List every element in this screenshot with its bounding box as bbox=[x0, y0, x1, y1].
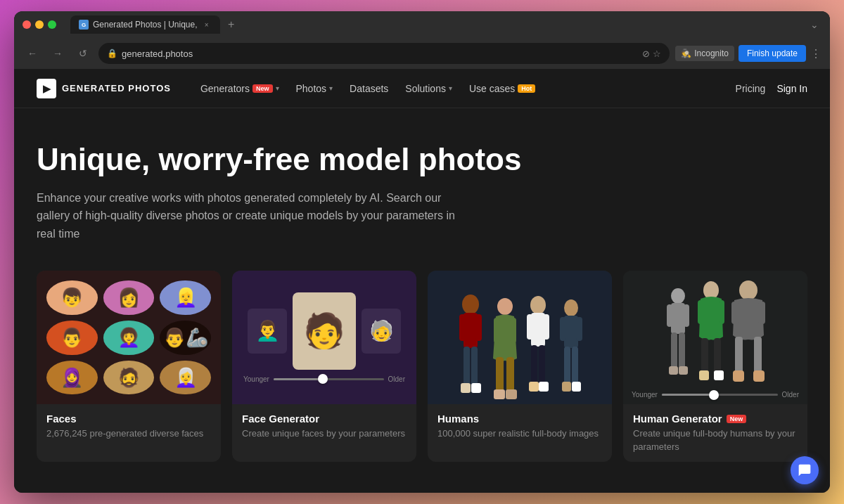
svg-rect-40 bbox=[698, 300, 703, 324]
humans-card-image bbox=[428, 271, 612, 404]
slider-track[interactable] bbox=[274, 378, 384, 380]
chat-button[interactable] bbox=[791, 456, 819, 484]
website-content: ▶ GENERATED PHOTOS Generators New ▾ Phot… bbox=[14, 69, 830, 493]
incognito-button[interactable]: 🕵 Incognito bbox=[675, 46, 734, 61]
svg-rect-35 bbox=[671, 332, 677, 369]
lock-icon: 🔒 bbox=[107, 49, 117, 58]
face-1: 👦 bbox=[46, 280, 98, 315]
svg-rect-5 bbox=[471, 347, 478, 385]
nav-photos[interactable]: Photos ▾ bbox=[289, 79, 340, 98]
svg-point-0 bbox=[462, 295, 479, 314]
svg-rect-3 bbox=[475, 314, 482, 341]
face-2: 👩 bbox=[103, 280, 155, 315]
nav-logo[interactable]: ▶ GENERATED PHOTOS bbox=[37, 79, 171, 98]
traffic-lights bbox=[23, 20, 56, 29]
titlebar: G Generated Photos | Unique, × + ⌄ bbox=[14, 11, 830, 38]
face-gen-small-left: 👨‍🦱 bbox=[248, 309, 287, 354]
close-window-button[interactable] bbox=[23, 20, 31, 29]
svg-rect-27 bbox=[564, 347, 570, 386]
window-more-button[interactable]: ⌄ bbox=[807, 18, 821, 32]
human-gen-new-badge: New bbox=[727, 415, 747, 423]
logo-text: GENERATED PHOTOS bbox=[62, 83, 171, 93]
svg-rect-36 bbox=[679, 332, 685, 369]
svg-rect-17 bbox=[527, 314, 533, 340]
svg-rect-38 bbox=[679, 366, 688, 375]
toolbar-right: 🕵 Incognito Finish update ⋮ bbox=[675, 45, 821, 62]
face-generator-card[interactable]: 👨‍🦱 🧑 🧓 Younger Older bbox=[232, 271, 416, 461]
human-generator-card[interactable]: Younger Older Human Generator bbox=[623, 271, 807, 461]
svg-point-15 bbox=[530, 296, 546, 314]
svg-rect-18 bbox=[543, 314, 549, 340]
face-generator-card-title: Face Generator bbox=[242, 413, 407, 425]
humans-card[interactable]: Humans 100,000 super realistic full-body… bbox=[428, 271, 612, 461]
older-label: Older bbox=[388, 375, 405, 383]
svg-rect-13 bbox=[494, 389, 505, 399]
nav-use-cases[interactable]: Use cases Hot bbox=[462, 79, 542, 98]
browser-toolbar: ← → ↺ 🔒 generated.photos ⊘ ☆ 🕵 Incognito… bbox=[14, 38, 830, 69]
finish-update-button[interactable]: Finish update bbox=[738, 45, 806, 62]
svg-rect-26 bbox=[576, 317, 582, 341]
human-generator-card-desc: Create unique full-body humans by your p… bbox=[633, 427, 798, 453]
face-gen-main-preview: 🧑 bbox=[293, 292, 356, 370]
tab-title: Generated Photos | Unique, bbox=[93, 20, 198, 30]
svg-rect-43 bbox=[714, 338, 721, 376]
human-generator-card-title: Human Generator New bbox=[633, 413, 798, 425]
site-nav: ▶ GENERATED PHOTOS Generators New ▾ Phot… bbox=[14, 69, 830, 108]
human-generator-card-image: Younger Older bbox=[623, 271, 807, 404]
logo-icon: ▶ bbox=[37, 79, 56, 98]
humans-card-title: Humans bbox=[437, 413, 602, 425]
browser-window: G Generated Photos | Unique, × + ⌄ ← → ↺… bbox=[14, 11, 830, 493]
human-gen-figure-2 bbox=[695, 279, 727, 388]
address-bar[interactable]: 🔒 generated.photos ⊘ ☆ bbox=[98, 43, 670, 64]
new-tab-button[interactable]: + bbox=[223, 16, 240, 33]
hero-title: Unique, worry-free model photos bbox=[37, 142, 529, 178]
faces-card-image: 👦 👩 👱‍♀️ 👨 👩‍🦱 👨‍🦾 🧕 🧔 👩‍🦳 bbox=[37, 271, 221, 404]
human-figure-3 bbox=[523, 293, 554, 404]
nav-pricing-link[interactable]: Pricing bbox=[736, 83, 766, 94]
face-gen-preview-row: 👨‍🦱 🧑 🧓 bbox=[248, 292, 401, 370]
faces-card-info: Faces 2,676,245 pre-generated diverse fa… bbox=[37, 404, 221, 448]
browser-more-icon[interactable]: ⋮ bbox=[810, 47, 821, 60]
generators-chevron: ▾ bbox=[276, 84, 279, 92]
tab-close-button[interactable]: × bbox=[202, 20, 212, 30]
nav-generators[interactable]: Generators New ▾ bbox=[193, 79, 286, 98]
face-4: 👨 bbox=[46, 321, 98, 355]
slider-thumb[interactable] bbox=[318, 374, 328, 384]
faces-card-title: Faces bbox=[46, 413, 211, 425]
maximize-window-button[interactable] bbox=[48, 20, 56, 29]
svg-rect-9 bbox=[494, 318, 500, 343]
svg-rect-33 bbox=[667, 304, 672, 327]
svg-rect-45 bbox=[714, 370, 724, 380]
human-figure-1 bbox=[454, 292, 487, 404]
forward-button[interactable]: → bbox=[48, 44, 68, 63]
human-gen-slider[interactable]: Younger Older bbox=[629, 391, 802, 399]
refresh-button[interactable]: ↺ bbox=[73, 44, 93, 63]
svg-point-23 bbox=[564, 299, 578, 316]
nav-solutions[interactable]: Solutions ▾ bbox=[398, 79, 459, 98]
human-gen-younger-label: Younger bbox=[632, 391, 658, 399]
active-tab[interactable]: G Generated Photos | Unique, × bbox=[70, 15, 220, 34]
svg-rect-28 bbox=[572, 347, 578, 386]
svg-rect-47 bbox=[731, 302, 738, 324]
face-9: 👩‍🦳 bbox=[160, 361, 211, 395]
minimize-window-button[interactable] bbox=[35, 20, 44, 29]
nav-signin-link[interactable]: Sign In bbox=[776, 83, 807, 94]
human-figure-4 bbox=[556, 297, 586, 404]
face-7: 🧕 bbox=[46, 361, 98, 395]
face-5: 👩‍🦱 bbox=[103, 321, 155, 355]
svg-rect-50 bbox=[754, 337, 762, 376]
hero-subtitle: Enhance your creative works with photos … bbox=[37, 189, 473, 243]
human-figure-2 bbox=[490, 295, 520, 404]
faces-card[interactable]: 👦 👩 👱‍♀️ 👨 👩‍🦱 👨‍🦾 🧕 🧔 👩‍🦳 Fa bbox=[37, 271, 221, 461]
human-gen-slider-thumb[interactable] bbox=[709, 390, 719, 400]
nav-datasets[interactable]: Datasets bbox=[343, 79, 395, 98]
face-generator-card-image: 👨‍🦱 🧑 🧓 Younger Older bbox=[232, 271, 416, 404]
svg-rect-48 bbox=[758, 302, 765, 324]
human-gen-slider-track[interactable] bbox=[662, 394, 778, 396]
svg-rect-30 bbox=[572, 382, 581, 392]
svg-rect-51 bbox=[733, 370, 744, 382]
star-icon[interactable]: ☆ bbox=[653, 49, 661, 59]
svg-rect-11 bbox=[496, 357, 504, 394]
back-button[interactable]: ← bbox=[23, 44, 42, 63]
age-slider[interactable]: Younger Older bbox=[241, 375, 408, 383]
